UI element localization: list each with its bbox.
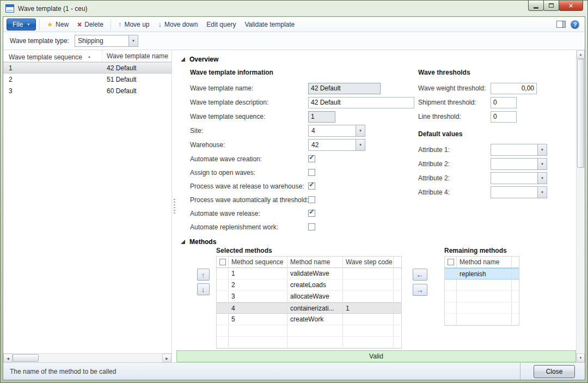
close-button[interactable]: Close	[534, 365, 575, 378]
statusbar: The name of the method to be called Clos…	[3, 362, 585, 380]
remaining-methods-grid: Method name replenish	[444, 256, 519, 326]
warehouse-select[interactable]: 42 ▼	[308, 139, 365, 151]
delete-label: Delete	[84, 21, 103, 28]
dropdown-arrow-icon: ▼	[537, 159, 547, 169]
close-window-button[interactable]: ×	[559, 1, 583, 11]
overview-section-header[interactable]: Overview	[181, 56, 576, 63]
select-all-checkbox[interactable]	[448, 259, 454, 265]
method-move-up-button[interactable]: ↑	[197, 269, 210, 281]
move-down-button[interactable]: ↓ Move down	[154, 19, 201, 31]
column-header-wave-step-code[interactable]: Wave step code	[343, 257, 394, 268]
site-select[interactable]: 4 ▼	[308, 125, 365, 137]
scroll-left-button[interactable]: ◀	[3, 354, 13, 362]
move-up-button[interactable]: ↑ Move up	[114, 19, 154, 31]
check-icon: ✓	[309, 208, 315, 216]
attribute-1-select[interactable]: ▼	[491, 144, 547, 156]
attribute-3-select[interactable]: ▼	[491, 172, 547, 184]
dropdown-arrow-icon: ▼	[356, 125, 365, 136]
titlebar[interactable]: Wave template (1 - ceu) ×	[1, 1, 587, 16]
table-row[interactable]: 1 42 Default	[3, 62, 171, 74]
automate-replenishment-work-checkbox[interactable]	[308, 223, 315, 230]
statusbar-separator	[520, 363, 520, 380]
attribute-3-label: Attribute 2:	[418, 174, 491, 182]
attribute-2-select[interactable]: ▼	[491, 158, 547, 170]
empty-row	[217, 325, 401, 337]
toolbar: File ▼ ★ New × Delete ↑ Move up ↓ Move d…	[3, 17, 585, 32]
table-row[interactable]: 3 allocateWave	[217, 291, 401, 302]
move-down-icon: ↓	[158, 21, 162, 28]
table-row[interactable]: 2 51 Default	[3, 74, 171, 85]
scrollbar-thumb[interactable]	[577, 59, 584, 168]
scrollbar-thumb[interactable]	[13, 354, 39, 362]
vertical-scrollbar[interactable]: ▲ ▼	[576, 50, 585, 362]
remove-method-button[interactable]: →	[413, 284, 427, 296]
empty-row	[445, 279, 519, 291]
edit-query-button[interactable]: Edit query	[203, 19, 240, 31]
empty-row	[445, 314, 519, 325]
validate-template-label: Validate template	[244, 21, 295, 28]
scroll-up-button[interactable]: ▲	[577, 50, 585, 59]
column-header-method-name[interactable]: Method name	[287, 257, 343, 268]
table-row[interactable]: 5 createWork	[217, 314, 401, 325]
validate-template-button[interactable]: Validate template	[241, 19, 298, 31]
select-all-checkbox[interactable]	[219, 259, 226, 265]
table-row[interactable]: 4 containerizati... 1	[217, 302, 401, 314]
automate-wave-release-checkbox[interactable]: ✓	[308, 210, 315, 217]
selected-methods-title: Selected methods	[216, 247, 402, 254]
file-menu-button[interactable]: File ▼	[7, 19, 36, 31]
column-header-method-name[interactable]: Method name	[457, 257, 512, 268]
filter-row: Wave template type: Shipping ▼	[3, 32, 585, 50]
file-caret-icon: ▼	[27, 22, 30, 26]
empty-row	[445, 291, 519, 302]
detail-panel: Overview Wave template information Wave …	[176, 50, 576, 362]
wave-template-name-input[interactable]	[308, 83, 381, 94]
wave-template-sequence-input[interactable]	[308, 111, 335, 123]
sort-ascending-icon: ▲	[88, 55, 91, 59]
dropdown-arrow-icon: ▼	[537, 187, 547, 198]
wave-template-description-label: Wave template description:	[190, 99, 308, 106]
column-header-sequence[interactable]: Wave template sequence ▲	[3, 50, 102, 62]
pane-splitter[interactable]	[171, 50, 176, 362]
column-header-name[interactable]: Wave template name	[102, 50, 171, 62]
assign-to-open-waves-checkbox[interactable]	[308, 169, 315, 176]
horizontal-scrollbar[interactable]: ◀ ▶	[3, 353, 171, 362]
minimize-icon	[534, 7, 538, 9]
dropdown-arrow-icon: ▼	[537, 173, 547, 184]
line-threshold-input[interactable]	[491, 111, 517, 123]
line-threshold-label: Line threshold:	[418, 113, 491, 120]
method-move-down-button[interactable]: ↓	[197, 283, 210, 295]
help-icon[interactable]: ?	[571, 20, 579, 29]
minimize-button[interactable]	[528, 1, 544, 11]
wave-weight-threshold-input[interactable]	[491, 83, 537, 94]
status-message: The name of the method to be called	[10, 368, 116, 375]
move-up-icon: ↑	[118, 21, 122, 28]
column-header-method-sequence[interactable]: Method sequence	[229, 257, 287, 268]
wave-template-list: Wave template sequence ▲ Wave template n…	[3, 50, 171, 362]
layout-icon[interactable]	[556, 21, 566, 28]
delete-icon: ×	[77, 21, 82, 28]
process-wave-at-threshold-checkbox[interactable]	[308, 196, 315, 203]
add-method-button[interactable]: ←	[413, 269, 427, 281]
maximize-icon	[549, 3, 554, 8]
attribute-4-select[interactable]: ▼	[491, 186, 547, 198]
scroll-down-button[interactable]: ▼	[577, 354, 585, 362]
wave-template-type-select[interactable]: Shipping ▼	[75, 35, 138, 47]
move-up-label: Move up	[124, 21, 149, 28]
move-down-label: Move down	[164, 21, 198, 28]
maximize-button[interactable]	[543, 1, 559, 11]
methods-section-header[interactable]: Methods	[181, 238, 576, 246]
new-button[interactable]: ★ New	[43, 19, 72, 31]
table-row[interactable]: 3 60 Default	[3, 85, 171, 96]
empty-row	[217, 337, 401, 348]
delete-button[interactable]: × Delete	[74, 19, 107, 31]
table-row[interactable]: 2 createLoads	[217, 279, 401, 291]
wave-template-description-input[interactable]	[308, 97, 414, 108]
scroll-right-button[interactable]: ▶	[162, 354, 171, 362]
wave-template-type-value: Shipping	[75, 35, 128, 46]
list-header: Wave template sequence ▲ Wave template n…	[3, 50, 171, 62]
automate-wave-creation-checkbox[interactable]: ✓	[308, 155, 315, 162]
process-wave-at-release-checkbox[interactable]: ✓	[308, 183, 315, 190]
table-row[interactable]: 1 validateWave	[217, 268, 401, 279]
table-row[interactable]: replenish	[445, 268, 519, 279]
shipment-threshold-input[interactable]	[491, 97, 517, 108]
